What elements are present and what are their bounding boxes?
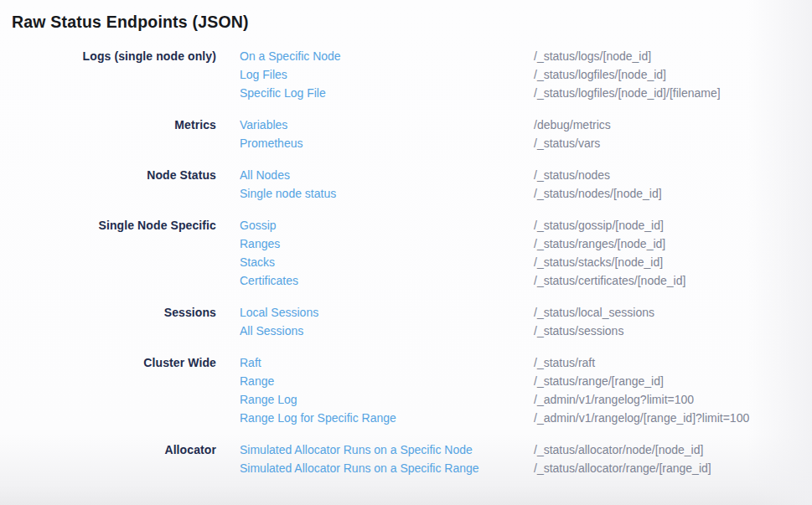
endpoint-link[interactable]: Range bbox=[240, 372, 510, 390]
endpoint-paths-column: /_status/raft/_status/range/[range_id]/_… bbox=[510, 353, 812, 427]
endpoint-link[interactable]: Certificates bbox=[240, 271, 510, 290]
endpoint-paths-column: /_status/nodes/_status/nodes/[node_id] bbox=[510, 166, 812, 203]
endpoint-path: /_status/vars bbox=[534, 134, 812, 152]
endpoint-path: /_status/raft bbox=[534, 353, 812, 372]
endpoint-link[interactable]: Prometheus bbox=[240, 134, 510, 152]
endpoint-link[interactable]: Simulated Allocator Runs on a Specific N… bbox=[240, 441, 510, 459]
endpoint-category-label: Single Node Specific bbox=[12, 216, 216, 290]
endpoint-paths-column: /_status/logs/[node_id]/_status/logfiles… bbox=[510, 47, 812, 102]
endpoint-path: /_status/certificates/[node_id] bbox=[534, 271, 812, 290]
endpoint-path: /_status/logfiles/[node_id]/[filename] bbox=[534, 84, 812, 102]
endpoint-links-column: On a Specific NodeLog FilesSpecific Log … bbox=[216, 47, 510, 102]
endpoint-group: Cluster WideRaftRangeRange LogRange Log … bbox=[12, 353, 812, 427]
endpoint-category-label: Sessions bbox=[12, 303, 216, 340]
endpoint-group: Node StatusAll NodesSingle node status/_… bbox=[12, 166, 812, 203]
endpoint-path: /_status/range/[range_id] bbox=[534, 372, 812, 390]
endpoint-links-column: GossipRangesStacksCertificates bbox=[216, 216, 510, 290]
endpoint-link[interactable]: Simulated Allocator Runs on a Specific R… bbox=[240, 459, 510, 477]
endpoint-links-column: Local SessionsAll Sessions bbox=[216, 303, 510, 340]
endpoint-link[interactable]: Single node status bbox=[240, 184, 510, 203]
endpoint-link[interactable]: Range Log bbox=[240, 390, 510, 409]
endpoint-path: /_status/sessions bbox=[534, 322, 812, 340]
endpoint-path: /_status/nodes bbox=[534, 166, 812, 184]
endpoint-group: Logs (single node only)On a Specific Nod… bbox=[12, 47, 812, 102]
endpoint-path: /_status/gossip/[node_id] bbox=[534, 216, 812, 234]
endpoint-group: AllocatorSimulated Allocator Runs on a S… bbox=[12, 441, 812, 477]
endpoint-path: /_status/logfiles/[node_id] bbox=[534, 65, 812, 84]
endpoint-category-label: Node Status bbox=[12, 166, 216, 203]
endpoint-path: /_status/local_sessions bbox=[534, 303, 812, 322]
endpoint-link[interactable]: Log Files bbox=[240, 65, 510, 84]
endpoint-category-label: Cluster Wide bbox=[12, 353, 216, 427]
endpoint-links-column: RaftRangeRange LogRange Log for Specific… bbox=[216, 353, 510, 427]
endpoint-group: SessionsLocal SessionsAll Sessions/_stat… bbox=[12, 303, 812, 340]
endpoint-category-label: Logs (single node only) bbox=[12, 47, 216, 102]
endpoint-links-column: VariablesPrometheus bbox=[216, 116, 510, 152]
endpoint-group: Single Node SpecificGossipRangesStacksCe… bbox=[12, 216, 812, 290]
endpoint-links-column: Simulated Allocator Runs on a Specific N… bbox=[216, 441, 510, 477]
endpoint-link[interactable]: Ranges bbox=[240, 234, 510, 253]
endpoint-list: Logs (single node only)On a Specific Nod… bbox=[12, 47, 812, 477]
endpoint-category-label: Metrics bbox=[12, 116, 216, 152]
endpoint-link[interactable]: Gossip bbox=[240, 216, 510, 234]
endpoint-paths-column: /_status/gossip/[node_id]/_status/ranges… bbox=[510, 216, 812, 290]
endpoint-path: /_status/allocator/node/[node_id] bbox=[534, 441, 812, 459]
endpoint-category-label: Allocator bbox=[12, 441, 216, 477]
endpoint-group: MetricsVariablesPrometheus/debug/metrics… bbox=[12, 116, 812, 152]
endpoint-path: /debug/metrics bbox=[534, 116, 812, 134]
endpoint-link[interactable]: Specific Log File bbox=[240, 84, 510, 102]
endpoint-links-column: All NodesSingle node status bbox=[216, 166, 510, 203]
endpoint-path: /_status/nodes/[node_id] bbox=[534, 184, 812, 203]
page-title: Raw Status Endpoints (JSON) bbox=[12, 11, 812, 33]
endpoint-path: /_status/stacks/[node_id] bbox=[534, 253, 812, 271]
endpoint-paths-column: /debug/metrics/_status/vars bbox=[510, 116, 812, 152]
endpoint-link[interactable]: Stacks bbox=[240, 253, 510, 271]
endpoint-link[interactable]: Range Log for Specific Range bbox=[240, 409, 510, 427]
endpoint-link[interactable]: On a Specific Node bbox=[240, 47, 510, 65]
endpoint-link[interactable]: Raft bbox=[240, 353, 510, 372]
endpoint-link[interactable]: All Nodes bbox=[240, 166, 510, 184]
endpoint-paths-column: /_status/local_sessions/_status/sessions bbox=[510, 303, 812, 340]
endpoint-paths-column: /_status/allocator/node/[node_id]/_statu… bbox=[510, 441, 812, 477]
endpoint-path: /_admin/v1/rangelog/[range_id]?limit=100 bbox=[534, 409, 812, 427]
endpoint-link[interactable]: Variables bbox=[240, 116, 510, 134]
endpoint-path: /_status/ranges/[node_id] bbox=[534, 234, 812, 253]
endpoint-link[interactable]: All Sessions bbox=[240, 322, 510, 340]
endpoint-path: /_status/logs/[node_id] bbox=[534, 47, 812, 65]
raw-status-endpoints-page: Raw Status Endpoints (JSON) Logs (single… bbox=[0, 0, 812, 477]
endpoint-link[interactable]: Local Sessions bbox=[240, 303, 510, 322]
endpoint-path: /_status/allocator/range/[range_id] bbox=[534, 459, 812, 477]
endpoint-path: /_admin/v1/rangelog?limit=100 bbox=[534, 390, 812, 409]
